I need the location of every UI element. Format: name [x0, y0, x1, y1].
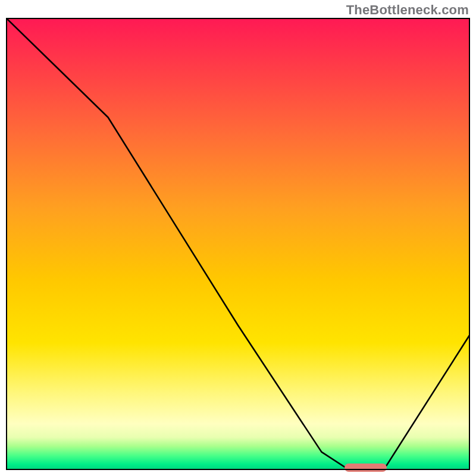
chart-container: TheBottleneck.com	[0, 0, 476, 476]
plot-area	[6, 18, 470, 470]
watermark-text: TheBottleneck.com	[346, 2, 469, 18]
optimal-range-marker	[345, 464, 386, 472]
gradient-background	[7, 19, 469, 469]
